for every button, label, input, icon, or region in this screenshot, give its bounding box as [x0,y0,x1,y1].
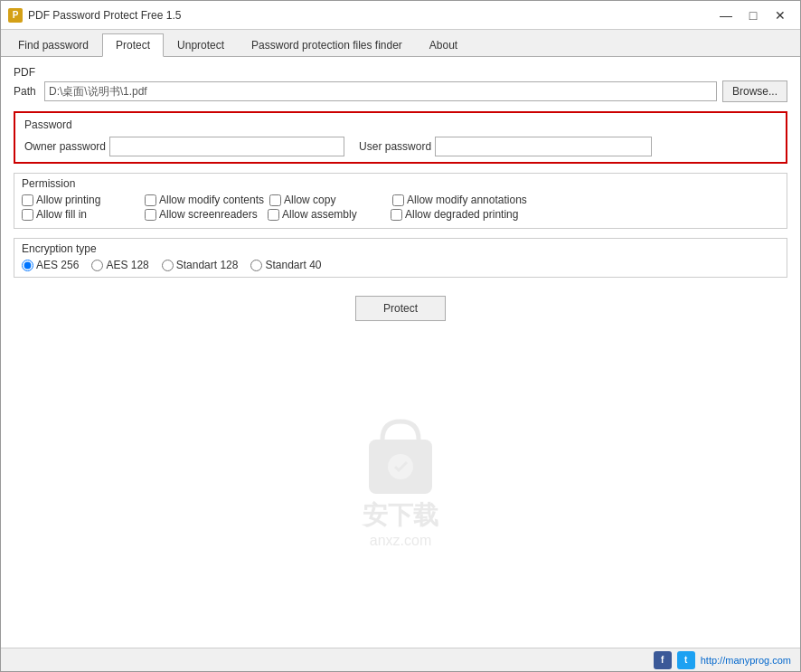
main-window: P PDF Password Protect Free 1.5 — □ ✕ Fi… [0,0,801,672]
aes128-label: AES 128 [106,259,148,271]
user-password-label: User password [359,140,431,153]
permission-section: Permission Allow printing Allow modify c… [14,173,787,229]
encryption-section: Encryption type AES 256 AES 128 Standart… [14,238,787,278]
pdf-section: PDF Path Browse... [14,66,787,106]
path-row: Path Browse... [14,80,787,102]
twitter-icon[interactable]: t [677,651,695,669]
app-icon: P [8,8,23,23]
encryption-radio-row: AES 256 AES 128 Standart 128 Standart 40 [22,259,779,271]
path-label: Path [14,85,39,98]
owner-password-field: Owner password [24,137,344,156]
aes256-label: AES 256 [36,259,79,271]
tab-password-protection-files-finder[interactable]: Password protection files finder [238,33,416,57]
aes128-radio[interactable] [91,260,103,271]
allow-copy-checkbox[interactable] [269,194,281,206]
checkbox-allow-assembly: Allow assembly [268,208,385,221]
password-group-label: Password [24,118,777,131]
status-bar: f t http://manyprog.com [1,648,800,671]
password-group: Password Owner password User password [14,111,787,164]
checkbox-allow-degraded-printing: Allow degraded printing [391,208,518,221]
allow-degraded-printing-checkbox[interactable] [391,209,402,221]
window-title: PDF Password Protect Free 1.5 [28,9,713,22]
website-link[interactable]: http://manyprog.com [701,655,791,666]
tab-find-password[interactable]: Find password [5,33,102,57]
allow-fill-in-label: Allow fill in [36,208,87,221]
watermark: 安下载 anxz.com [363,417,438,549]
checkbox-allow-copy: Allow copy [269,194,387,206]
allow-copy-label: Allow copy [284,194,335,206]
browse-button[interactable]: Browse... [722,80,787,102]
checkbox-allow-printing: Allow printing [22,194,139,206]
window-controls: — □ ✕ [713,5,793,25]
standart40-label: Standart 40 [265,259,321,271]
protect-button-row: Protect [14,296,787,321]
tab-protect[interactable]: Protect [102,33,164,57]
watermark-text: 安下载 [363,498,438,533]
maximize-button[interactable]: □ [740,5,766,25]
permission-row-2: Allow fill in Allow screenreaders Allow … [22,208,779,221]
allow-modify-annotations-checkbox[interactable] [392,194,404,206]
watermark-area: 安下载 anxz.com [14,327,787,639]
checkbox-allow-fill-in: Allow fill in [22,208,139,221]
minimize-button[interactable]: — [713,5,739,25]
owner-password-label: Owner password [24,140,106,153]
allow-screenreaders-checkbox[interactable] [145,209,156,221]
encryption-section-title: Encryption type [22,242,779,255]
radio-standart128: Standart 128 [162,259,239,271]
pdf-section-label: PDF [14,66,787,79]
radio-aes128: AES 128 [91,259,148,271]
checkbox-allow-modify-contents: Allow modify contents [145,194,264,206]
user-password-input[interactable] [435,137,652,156]
allow-assembly-label: Allow assembly [282,208,357,221]
protect-button[interactable]: Protect [355,296,446,321]
allow-modify-annotations-label: Allow modify annotations [407,194,527,206]
permission-section-title: Permission [22,177,779,190]
watermark-subtext: anxz.com [370,533,431,549]
facebook-icon[interactable]: f [654,651,672,669]
allow-printing-checkbox[interactable] [22,194,33,206]
user-password-field: User password [359,137,652,156]
permission-row-1: Allow printing Allow modify contents All… [22,194,779,206]
tab-about[interactable]: About [416,33,471,57]
allow-fill-in-checkbox[interactable] [22,209,33,221]
radio-standart40: Standart 40 [250,259,321,271]
standart128-label: Standart 128 [176,259,239,271]
tab-bar: Find password Protect Unprotect Password… [1,30,800,57]
allow-assembly-checkbox[interactable] [268,209,279,221]
allow-degraded-printing-label: Allow degraded printing [405,208,518,221]
close-button[interactable]: ✕ [768,5,793,25]
tab-unprotect[interactable]: Unprotect [164,33,238,57]
checkbox-allow-modify-annotations: Allow modify annotations [392,194,527,206]
radio-aes256: AES 256 [22,259,79,271]
standart128-radio[interactable] [162,260,174,271]
title-bar: P PDF Password Protect Free 1.5 — □ ✕ [1,1,800,30]
allow-modify-contents-checkbox[interactable] [145,194,156,206]
allow-printing-label: Allow printing [36,194,100,206]
allow-modify-contents-label: Allow modify contents [159,194,264,206]
password-row: Owner password User password [24,137,777,156]
standart40-radio[interactable] [250,260,262,271]
checkbox-allow-screenreaders: Allow screenreaders [145,208,262,221]
path-input[interactable] [44,81,717,101]
content-area: PDF Path Browse... Password Owner passwo… [1,57,800,648]
allow-screenreaders-label: Allow screenreaders [159,208,258,221]
owner-password-input[interactable] [109,137,344,156]
watermark-bag-icon [364,417,437,498]
aes256-radio[interactable] [22,260,33,271]
